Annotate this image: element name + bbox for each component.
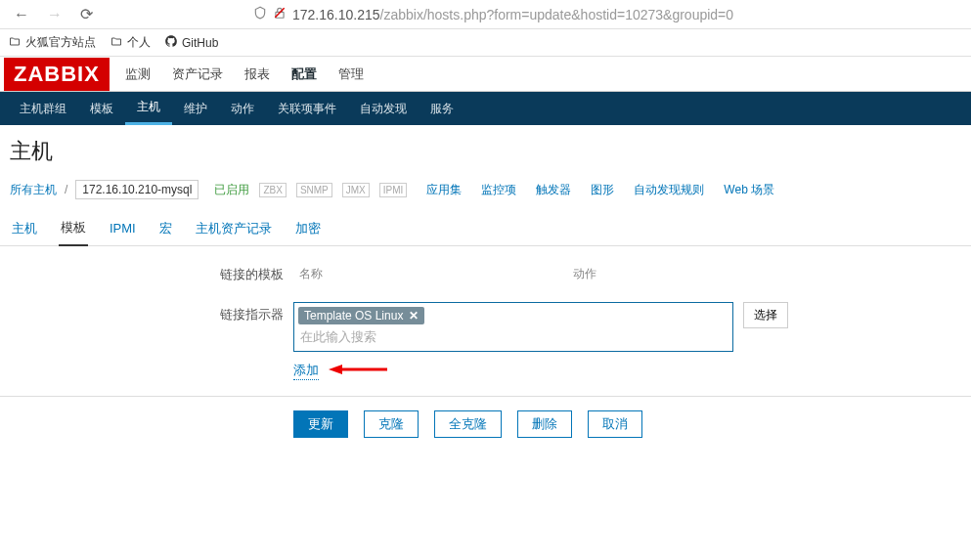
tab-host[interactable]: 主机 xyxy=(10,214,39,245)
tab-encryption[interactable]: 加密 xyxy=(293,214,323,245)
subnav-services[interactable]: 服务 xyxy=(419,92,465,125)
tab-templates[interactable]: 模板 xyxy=(59,213,88,246)
update-button[interactable]: 更新 xyxy=(293,410,348,438)
top-nav: ZABBIX 监测 资产记录 报表 配置 管理 xyxy=(0,57,971,92)
col-header-action: 动作 xyxy=(567,262,602,286)
bookmark-firefox-official[interactable]: 火狐官方站点 xyxy=(8,34,96,51)
bookmark-label: 个人 xyxy=(127,34,151,51)
crumb-all-hosts[interactable]: 所有主机 xyxy=(10,182,57,198)
template-search-input[interactable] xyxy=(298,326,728,347)
full-clone-button[interactable]: 全克隆 xyxy=(434,410,502,438)
label-link-indicator: 链接指示器 xyxy=(0,302,293,323)
subnav-hosts[interactable]: 主机 xyxy=(125,92,172,125)
link-items[interactable]: 监控项 xyxy=(481,182,516,198)
subnav-correlation[interactable]: 关联项事件 xyxy=(266,92,348,125)
link-graphs[interactable]: 图形 xyxy=(591,182,614,198)
folder-icon xyxy=(110,35,123,50)
bookmark-label: 火狐官方站点 xyxy=(25,34,96,51)
tab-macros[interactable]: 宏 xyxy=(157,214,174,245)
subnav-actions[interactable]: 动作 xyxy=(219,92,266,125)
forward-button[interactable]: → xyxy=(43,4,66,25)
subnav-discovery[interactable]: 自动发现 xyxy=(348,92,419,125)
proto-snmp: SNMP xyxy=(296,183,332,197)
bookmark-personal[interactable]: 个人 xyxy=(110,34,151,51)
delete-button[interactable]: 删除 xyxy=(517,410,572,438)
url-bar[interactable]: 172.16.10.215/zabbix/hosts.php?form=upda… xyxy=(292,7,733,22)
subnav-hostgroups[interactable]: 主机群组 xyxy=(8,92,78,125)
select-button[interactable]: 选择 xyxy=(743,302,788,328)
svg-line-1 xyxy=(275,8,284,17)
template-multiselect[interactable]: Template OS Linux ✕ xyxy=(293,302,733,352)
cancel-button[interactable]: 取消 xyxy=(588,410,642,438)
link-triggers[interactable]: 触发器 xyxy=(536,182,571,198)
nav-administration[interactable]: 管理 xyxy=(336,58,366,91)
zabbix-logo[interactable]: ZABBIX xyxy=(4,58,110,91)
proto-jmx: JMX xyxy=(342,183,370,197)
back-button[interactable]: ← xyxy=(10,4,33,25)
arrow-annotation xyxy=(329,362,387,380)
breadcrumb: 所有主机 / 172.16.10.210-mysql 已启用 ZBX SNMP … xyxy=(0,176,971,207)
svg-marker-3 xyxy=(329,365,342,374)
subnav-maintenance[interactable]: 维护 xyxy=(172,92,219,125)
bookmark-label: GitHub xyxy=(182,36,218,50)
link-discovery-rules[interactable]: 自动发现规则 xyxy=(634,182,704,198)
crumb-host-name: 172.16.10.210-mysql xyxy=(75,180,199,199)
bookmarks-bar: 火狐官方站点 个人 GitHub xyxy=(0,29,971,57)
status-enabled: 已启用 xyxy=(214,182,249,198)
label-linked-templates: 链接的模板 xyxy=(0,262,293,283)
tab-host-inventory[interactable]: 主机资产记录 xyxy=(194,214,274,245)
link-applications[interactable]: 应用集 xyxy=(426,182,462,198)
sub-nav: 主机群组 模板 主机 维护 动作 关联项事件 自动发现 服务 xyxy=(0,92,971,125)
nav-inventory[interactable]: 资产记录 xyxy=(170,58,225,91)
template-tag-label: Template OS Linux xyxy=(304,309,403,323)
add-link[interactable]: 添加 xyxy=(293,362,319,380)
browser-toolbar: ← → ⟳ 172.16.10.215/zabbix/hosts.php?for… xyxy=(0,0,971,29)
nav-reports[interactable]: 报表 xyxy=(243,58,272,91)
link-web-scenarios[interactable]: Web 场景 xyxy=(724,182,774,198)
insecure-lock-icon xyxy=(273,6,287,22)
subnav-templates[interactable]: 模板 xyxy=(78,92,125,125)
github-icon xyxy=(164,34,178,51)
action-buttons: 更新 克隆 全克隆 删除 取消 xyxy=(0,396,971,438)
page-title: 主机 xyxy=(0,125,971,176)
bookmark-github[interactable]: GitHub xyxy=(164,34,218,51)
form-area: 链接的模板 名称 动作 链接指示器 Template OS Linux ✕ 选择 xyxy=(0,246,971,453)
proto-ipmi: IPMI xyxy=(379,183,408,197)
folder-icon xyxy=(8,35,22,50)
template-tag: Template OS Linux ✕ xyxy=(298,307,424,324)
clone-button[interactable]: 克隆 xyxy=(364,410,419,438)
reload-button[interactable]: ⟳ xyxy=(76,3,97,25)
col-header-name: 名称 xyxy=(293,262,567,286)
remove-tag-icon[interactable]: ✕ xyxy=(409,309,419,323)
tabs: 主机 模板 IPMI 宏 主机资产记录 加密 xyxy=(0,207,971,246)
proto-zbx: ZBX xyxy=(259,183,286,197)
crumb-separator: / xyxy=(65,183,67,196)
nav-configuration[interactable]: 配置 xyxy=(289,58,319,91)
tab-ipmi[interactable]: IPMI xyxy=(108,215,138,243)
nav-monitoring[interactable]: 监测 xyxy=(123,58,153,91)
shield-icon xyxy=(253,6,267,22)
